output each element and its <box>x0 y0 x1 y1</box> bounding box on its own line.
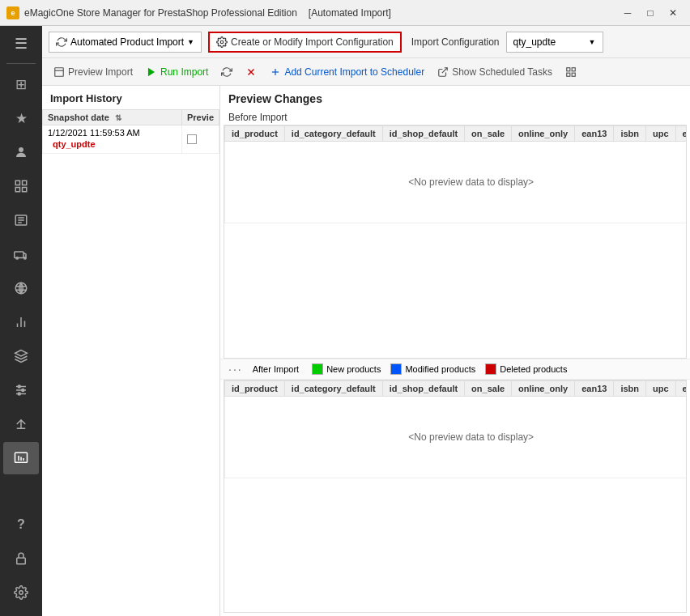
show-scheduled-tasks-button[interactable]: Show Scheduled Tasks <box>432 62 557 83</box>
svg-marker-33 <box>148 67 155 76</box>
sidebar-item-dashboard[interactable]: ⊞ <box>3 68 39 100</box>
svg-point-30 <box>220 40 224 44</box>
svg-rect-9 <box>15 252 23 258</box>
after-col-upc: upc <box>646 380 676 396</box>
after-col-id-shop-default: id_shop_default <box>382 380 464 396</box>
deleted-color-swatch <box>485 363 496 375</box>
preview-import-button[interactable]: Preview Import <box>49 62 138 83</box>
grid-icon <box>565 66 577 78</box>
config-dropdown-arrow-icon: ▼ <box>589 38 596 46</box>
svg-rect-39 <box>567 67 570 70</box>
after-no-data: <No preview data to display> <box>225 396 688 478</box>
preview-icon <box>53 66 65 78</box>
title-bar-controls: ─ □ ✕ <box>617 5 684 21</box>
content-area: Automated Product Import ▼ Create or Mod… <box>42 26 690 616</box>
sidebar-item-security[interactable] <box>3 542 39 575</box>
plus-icon <box>270 66 281 78</box>
close-button[interactable]: ✕ <box>662 5 684 21</box>
sidebar-item-shipping[interactable] <box>3 238 39 270</box>
toolbar-row1: Automated Product Import ▼ Create or Mod… <box>42 26 690 58</box>
svg-rect-4 <box>23 188 27 192</box>
sidebar-item-orders[interactable] <box>3 204 39 236</box>
col-id-shop-default: id_shop_default <box>382 126 464 142</box>
after-col-on-sale: on_sale <box>465 380 512 396</box>
hamburger-icon: ☰ <box>15 35 28 53</box>
run-import-button[interactable]: Run Import <box>141 62 213 83</box>
config-name-label: qty_updte <box>513 36 556 48</box>
svg-rect-41 <box>567 73 570 76</box>
svg-rect-3 <box>15 188 19 192</box>
title-bar-left: e eMagicOne Store Manager for PrestaShop… <box>6 6 391 19</box>
sidebar-item-settings[interactable] <box>3 576 39 609</box>
modified-products-label: Modified products <box>405 364 475 374</box>
svg-point-0 <box>19 147 23 152</box>
legend-new: New products <box>312 363 381 375</box>
history-table: Snapshot date ⇅ Previe 1/12/2021 11:59:5… <box>42 109 219 154</box>
config-name-dropdown[interactable]: qty_updte ▼ <box>506 32 603 53</box>
preview-changes-title: Preview Changes <box>220 86 690 108</box>
deleted-products-label: Deleted products <box>500 364 567 374</box>
col-ecotax: ecotax <box>675 126 687 142</box>
cancel-button[interactable] <box>241 62 262 83</box>
sidebar-item-filters[interactable] <box>3 374 39 406</box>
preview-panel: Preview Changes Before Import id_product… <box>220 86 690 616</box>
preview-checkbox[interactable] <box>187 134 197 144</box>
cancel-icon <box>245 66 257 78</box>
svg-rect-31 <box>55 67 64 76</box>
sidebar-item-statistics[interactable] <box>3 306 39 338</box>
snapshot-date-label: Snapshot date <box>48 113 109 122</box>
svg-line-38 <box>442 67 447 72</box>
menu-toggle-button[interactable]: ☰ <box>3 29 39 58</box>
create-modify-config-button[interactable]: Create or Modify Import Configuration <box>208 32 402 53</box>
sort-icon: ⇅ <box>115 113 121 122</box>
sidebar-item-customers[interactable] <box>3 136 39 168</box>
after-col-online-only: online_only <box>512 380 575 396</box>
sidebar-item-catalog[interactable] <box>3 170 39 202</box>
title-bar: e eMagicOne Store Manager for PrestaShop… <box>0 0 690 26</box>
new-color-swatch <box>312 363 323 375</box>
legend-modified: Modified products <box>390 363 475 375</box>
before-import-table-container: id_product id_category_default id_shop_d… <box>224 125 687 359</box>
grid-options-button[interactable] <box>560 62 581 83</box>
sidebar-item-modules[interactable] <box>3 340 39 372</box>
dots-separator: ··· <box>228 363 243 376</box>
sidebar-item-store[interactable] <box>3 272 39 304</box>
config-btn-label: Create or Modify Import Configuration <box>231 36 394 48</box>
title-bar-appname: eMagicOne Store Manager for PrestaShop P… <box>24 7 297 19</box>
minimize-button[interactable]: ─ <box>617 5 638 21</box>
automated-import-label: Automated Product Import <box>70 36 184 48</box>
svg-point-21 <box>22 389 24 392</box>
show-scheduled-label: Show Scheduled Tasks <box>452 66 552 78</box>
modified-color-swatch <box>390 363 402 375</box>
legend-bar: ··· After Import New products Modified p… <box>220 359 690 380</box>
table-row[interactable]: 1/12/2021 11:59:53 AM qty_updte <box>43 125 219 154</box>
after-import-label: After Import <box>253 364 299 374</box>
col-id-product: id_product <box>225 126 285 142</box>
col-ean13: ean13 <box>575 126 614 142</box>
before-no-data: <No preview data to display> <box>225 142 688 223</box>
maximize-button[interactable]: □ <box>640 5 661 21</box>
add-to-scheduler-button[interactable]: Add Current Import to Scheduler <box>265 62 429 83</box>
sidebar-item-favorites[interactable]: ★ <box>3 102 39 134</box>
app-icon: e <box>6 6 19 19</box>
import-history-title: Import History <box>42 86 219 109</box>
sidebar-item-import[interactable] <box>3 442 39 474</box>
two-panel: Import History Snapshot date ⇅ Previe <box>42 86 690 616</box>
resize-handle[interactable] <box>178 86 183 616</box>
sidebar-item-upload[interactable] <box>3 408 39 440</box>
sidebar-item-help[interactable]: ? <box>3 508 39 541</box>
gear-icon <box>216 36 228 48</box>
legend-deleted: Deleted products <box>485 363 567 375</box>
date-value: 1/12/2021 11:59:53 AM <box>48 128 177 138</box>
preview-import-label: Preview Import <box>68 66 133 78</box>
col-online-only: online_only <box>512 126 575 142</box>
after-col-id-category-default: id_category_default <box>284 380 382 396</box>
refresh-small-icon <box>221 66 232 78</box>
new-products-label: New products <box>326 364 381 374</box>
refresh-icon <box>56 36 67 48</box>
col-upc: upc <box>646 126 676 142</box>
before-import-table: id_product id_category_default id_shop_d… <box>224 125 687 223</box>
after-col-id-product: id_product <box>225 380 285 396</box>
refresh-button[interactable] <box>216 62 237 83</box>
play-icon <box>146 66 157 78</box>
